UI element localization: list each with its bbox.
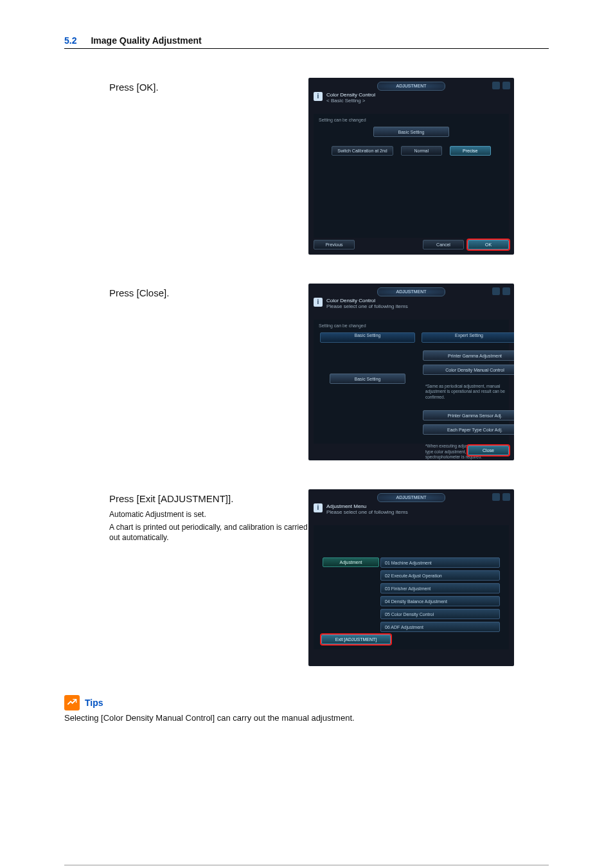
each-paper-type-color-adj-button[interactable]: Each Paper Type Color Adj.: [423, 424, 514, 435]
menu-item-finisher-adjustment[interactable]: 03 Finisher Adjustment: [380, 583, 500, 593]
printer-gamma-adjustment-button[interactable]: Printer Gamma Adjustment: [423, 350, 514, 361]
status-icon: [492, 287, 500, 295]
status-icon: [492, 82, 500, 89]
normal-button[interactable]: Normal: [401, 146, 442, 156]
hint-text: Setting can be changed: [314, 114, 509, 126]
basic-tab[interactable]: Basic Setting: [320, 332, 415, 343]
help-icon: [502, 287, 510, 295]
screen-subtitle: Please select one of following items: [326, 303, 408, 309]
tips-icon: [64, 695, 80, 710]
page-number: 5-16: [64, 865, 549, 868]
help-icon: [502, 82, 510, 89]
step-heading: Press [OK].: [109, 82, 308, 93]
printer-gamma-sensor-adj-button[interactable]: Printer Gamma Sensor Adj.: [423, 410, 514, 420]
mode-banner: ADJUSTMENT: [377, 82, 445, 91]
adjustment-category-button[interactable]: Adjustment: [323, 557, 379, 567]
previous-button[interactable]: Previous: [314, 240, 355, 249]
screen-subtitle: < Basic Setting >: [326, 98, 375, 104]
section-tab[interactable]: Basic Setting: [373, 127, 449, 137]
screenshot-close: ADJUSTMENT i Color Density Control Pleas…: [308, 284, 514, 460]
hint-text: Setting can be changed: [314, 320, 509, 332]
color-density-manual-control-button[interactable]: Color Density Manual Control: [423, 365, 514, 375]
menu-item-adf-adjustment[interactable]: 06 ADF Adjustment: [380, 622, 500, 632]
expert-tab[interactable]: Expert Setting: [422, 332, 514, 343]
close-button[interactable]: Close: [468, 446, 509, 455]
mode-banner: ADJUSTMENT: [377, 493, 445, 502]
menu-item-density-balance-adjustment[interactable]: 04 Density Balance Adjustment: [380, 596, 500, 606]
section-number: 5.2: [64, 35, 76, 46]
precise-button[interactable]: Precise: [450, 146, 491, 156]
screenshot-exit: ADJUSTMENT i Adjustment Menu Please sele…: [308, 489, 514, 666]
status-icon: [492, 493, 500, 501]
note-text: *Same as periodical adjustment, manual a…: [423, 379, 514, 406]
info-icon: i: [314, 298, 323, 307]
screen-title: Color Density Control: [326, 298, 408, 303]
screen-title: Adjustment Menu: [326, 503, 408, 509]
screen-title: Color Density Control: [326, 92, 375, 98]
step-heading: Press [Close].: [109, 287, 308, 298]
basic-setting-button[interactable]: Basic Setting: [330, 374, 405, 384]
info-icon: i: [314, 503, 323, 512]
step-sub: A chart is printed out periodically, and…: [109, 522, 308, 543]
cancel-button[interactable]: Cancel: [423, 240, 464, 249]
tips-body: Selecting [Color Density Manual Control]…: [64, 713, 549, 723]
screenshot-ok: ADJUSTMENT i Color Density Control < Bas…: [308, 78, 514, 255]
mode-banner: ADJUSTMENT: [377, 287, 445, 296]
help-icon: [502, 493, 510, 501]
menu-item-color-density-control[interactable]: 05 Color Density Control: [380, 609, 500, 619]
tips-heading: Tips: [85, 698, 103, 708]
screen-subtitle: Please select one of following items: [326, 509, 408, 515]
step-heading: Press [Exit [ADJUSTMENT]].: [109, 493, 308, 504]
switch-label-button[interactable]: Switch Calibration at 2nd: [332, 146, 393, 156]
ok-button[interactable]: OK: [468, 240, 509, 249]
menu-item-execute-adjust-operation[interactable]: 02 Execute Adjust Operation: [380, 570, 500, 581]
step-sub: Automatic Adjustment is set.: [109, 509, 308, 520]
section-title: Image Quality Adjustment: [91, 35, 201, 46]
exit-adjustment-button[interactable]: Exit [ADJUSTMENT]: [321, 635, 391, 644]
info-icon: i: [314, 92, 323, 101]
menu-item-machine-adjustment[interactable]: 01 Machine Adjustment: [380, 557, 500, 568]
